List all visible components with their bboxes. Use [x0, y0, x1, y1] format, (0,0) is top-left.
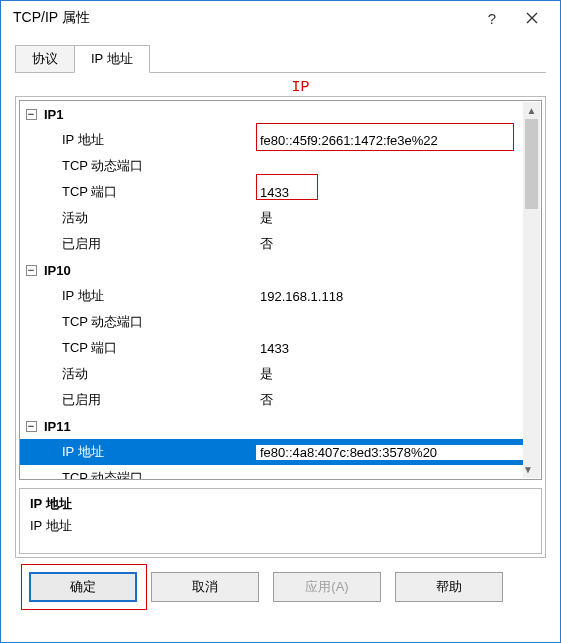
description-body: IP 地址 — [30, 517, 531, 535]
chevron-down-icon: ▼ — [523, 464, 533, 475]
property-row[interactable]: TCP 端口1433 — [20, 335, 524, 361]
scroll-up-button[interactable]: ▲ — [523, 102, 540, 119]
scrollbar-track[interactable] — [523, 119, 540, 461]
button-label: 帮助 — [436, 578, 462, 596]
titlebar: TCP/IP 属性 ? — [1, 1, 560, 35]
property-label: TCP 动态端口 — [38, 157, 256, 175]
property-grid[interactable]: − IP1 IP 地址fe80::45f9:2661:1472:fe3e%22 … — [19, 100, 542, 480]
button-label: 应用(A) — [305, 578, 348, 596]
description-title: IP 地址 — [30, 495, 531, 513]
property-row[interactable]: TCP 端口1433 — [20, 179, 524, 205]
property-label: TCP 动态端口 — [38, 313, 256, 331]
property-row[interactable]: 已启用否 — [20, 387, 524, 413]
help-button[interactable]: ? — [472, 4, 512, 32]
tab-ip-address[interactable]: IP 地址 — [74, 45, 150, 73]
button-label: 取消 — [192, 578, 218, 596]
property-value: 否 — [256, 235, 524, 253]
property-label: TCP 动态端口 — [38, 469, 256, 480]
property-row[interactable]: 已启用否 — [20, 231, 524, 257]
group-label: IP11 — [38, 419, 256, 434]
property-label: 活动 — [38, 209, 256, 227]
property-row[interactable]: IP 地址192.168.1.118 — [20, 283, 524, 309]
property-value: 1433 — [256, 185, 524, 200]
property-row[interactable]: 活动是 — [20, 361, 524, 387]
property-label: 已启用 — [38, 391, 256, 409]
property-value: 是 — [256, 365, 524, 383]
close-icon — [526, 12, 538, 24]
chevron-up-icon: ▲ — [527, 105, 537, 116]
property-value: 1433 — [256, 341, 524, 356]
property-row[interactable]: TCP 动态端口 — [20, 153, 524, 179]
property-value: 否 — [256, 391, 524, 409]
collapse-toggle[interactable]: − — [20, 421, 38, 432]
property-label: IP 地址 — [38, 443, 256, 461]
collapse-toggle[interactable]: − — [20, 109, 38, 120]
property-label: 活动 — [38, 365, 256, 383]
description-panel: IP 地址 IP 地址 — [19, 488, 542, 554]
group-label: IP1 — [38, 107, 256, 122]
ok-button[interactable]: 确定 — [29, 572, 137, 602]
minus-icon: − — [28, 421, 34, 432]
property-panel: − IP1 IP 地址fe80::45f9:2661:1472:fe3e%22 … — [15, 96, 546, 558]
property-label: TCP 端口 — [38, 183, 256, 201]
question-icon: ? — [488, 10, 496, 27]
tab-protocol[interactable]: 协议 — [15, 45, 75, 73]
group-label: IP10 — [38, 263, 256, 278]
property-row-selected[interactable]: IP 地址fe80::4a8:407c:8ed3:3578%20 — [20, 439, 524, 465]
cancel-button[interactable]: 取消 — [151, 572, 259, 602]
group-header-ip1[interactable]: − IP1 — [20, 101, 524, 127]
property-row[interactable]: IP 地址fe80::45f9:2661:1472:fe3e%22 — [20, 127, 524, 153]
collapse-toggle[interactable]: − — [20, 265, 38, 276]
property-row[interactable]: TCP 动态端口 — [20, 309, 524, 335]
dialog-content: 协议 IP 地址 IP − IP1 IP 地址fe80::45f9:2661:1… — [1, 35, 560, 642]
group-header-ip11[interactable]: − IP11 — [20, 413, 524, 439]
property-value: 192.168.1.118 — [256, 289, 524, 304]
property-label: IP 地址 — [38, 131, 256, 149]
apply-button: 应用(A) — [273, 572, 381, 602]
close-button[interactable] — [512, 4, 552, 32]
property-row[interactable]: TCP 动态端口 — [20, 465, 524, 480]
annotation-ip-label: IP — [35, 79, 561, 96]
dialog-window: TCP/IP 属性 ? 协议 IP 地址 IP − IP1 IP — [0, 0, 561, 643]
property-label: IP 地址 — [38, 287, 256, 305]
property-row[interactable]: 活动是 — [20, 205, 524, 231]
minus-icon: − — [28, 109, 34, 120]
group-header-ip10[interactable]: − IP10 — [20, 257, 524, 283]
property-value: fe80::45f9:2661:1472:fe3e%22 — [256, 133, 524, 148]
window-title: TCP/IP 属性 — [13, 9, 472, 27]
button-row: 确定 取消 应用(A) 帮助 — [15, 572, 546, 602]
button-label: 确定 — [70, 578, 96, 596]
help-button[interactable]: 帮助 — [395, 572, 503, 602]
scroll-down-button[interactable]: ▼ — [523, 461, 533, 478]
property-value: fe80::4a8:407c:8ed3:3578%20 — [256, 445, 524, 460]
minus-icon: − — [28, 265, 34, 276]
property-label: 已启用 — [38, 235, 256, 253]
property-label: TCP 端口 — [38, 339, 256, 357]
scrollbar-thumb[interactable] — [525, 119, 538, 209]
tab-bar: 协议 IP 地址 — [15, 45, 546, 73]
vertical-scrollbar[interactable]: ▲ ▼ — [523, 102, 540, 478]
property-value: 是 — [256, 209, 524, 227]
